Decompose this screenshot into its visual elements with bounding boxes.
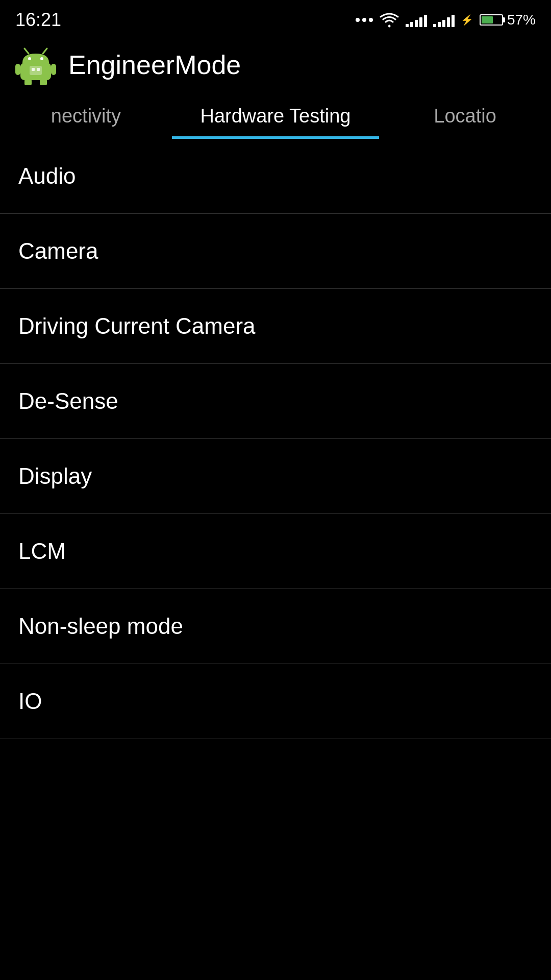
svg-rect-10 (32, 68, 35, 71)
svg-rect-7 (24, 78, 32, 85)
svg-line-3 (24, 48, 29, 54)
tab-location-label: Locatio (434, 105, 496, 127)
tab-bar: nectivity Hardware Testing Locatio (0, 93, 551, 139)
svg-point-2 (40, 57, 43, 60)
svg-line-4 (43, 48, 47, 54)
android-logo-icon (15, 44, 56, 85)
svg-rect-8 (40, 78, 47, 85)
menu-item-non-sleep-mode[interactable]: Non-sleep mode (0, 589, 551, 664)
menu-list: Audio Camera Driving Current Camera De-S… (0, 139, 551, 739)
menu-item-camera[interactable]: Camera (0, 214, 551, 289)
menu-item-driving-current-camera-label: Driving Current Camera (18, 313, 256, 339)
tab-location[interactable]: Locatio (379, 93, 551, 139)
tab-hardware-testing-label: Hardware Testing (200, 105, 350, 127)
menu-item-non-sleep-mode-label: Non-sleep mode (18, 614, 183, 639)
charging-icon: ⚡ (461, 14, 473, 26)
menu-item-camera-label: Camera (18, 238, 98, 264)
svg-rect-6 (51, 64, 56, 75)
menu-item-io[interactable]: IO (0, 664, 551, 739)
menu-item-io-label: IO (18, 689, 42, 714)
menu-item-lcm[interactable]: LCM (0, 514, 551, 589)
app-header: EngineerMode (0, 37, 551, 93)
status-time: 16:21 (15, 9, 61, 31)
status-bar: 16:21 ⚡ (0, 0, 551, 37)
menu-item-driving-current-camera[interactable]: Driving Current Camera (0, 289, 551, 364)
menu-item-lcm-label: LCM (18, 538, 66, 564)
signal-bars-icon (406, 13, 427, 27)
app-title: EngineerMode (68, 50, 241, 80)
battery-fill (482, 16, 493, 23)
tab-connectivity-label: nectivity (51, 105, 121, 127)
svg-point-1 (28, 57, 31, 60)
battery-indicator: 57% (480, 12, 536, 28)
notification-dots-icon (356, 18, 373, 22)
menu-item-audio-label: Audio (18, 163, 76, 189)
menu-item-de-sense-label: De-Sense (18, 388, 118, 414)
tab-hardware-testing[interactable]: Hardware Testing (172, 93, 379, 139)
svg-rect-5 (15, 64, 20, 75)
menu-item-audio[interactable]: Audio (0, 139, 551, 214)
battery-percent: 57% (507, 12, 536, 28)
wifi-icon (379, 12, 399, 28)
menu-item-de-sense[interactable]: De-Sense (0, 364, 551, 439)
svg-rect-11 (37, 68, 40, 71)
tab-connectivity[interactable]: nectivity (0, 93, 172, 139)
menu-item-display-label: Display (18, 463, 92, 489)
menu-item-display[interactable]: Display (0, 439, 551, 514)
svg-rect-9 (30, 66, 42, 75)
battery-icon (480, 14, 503, 26)
signal-bars-2-icon (433, 13, 455, 27)
status-icons: ⚡ 57% (356, 12, 536, 28)
